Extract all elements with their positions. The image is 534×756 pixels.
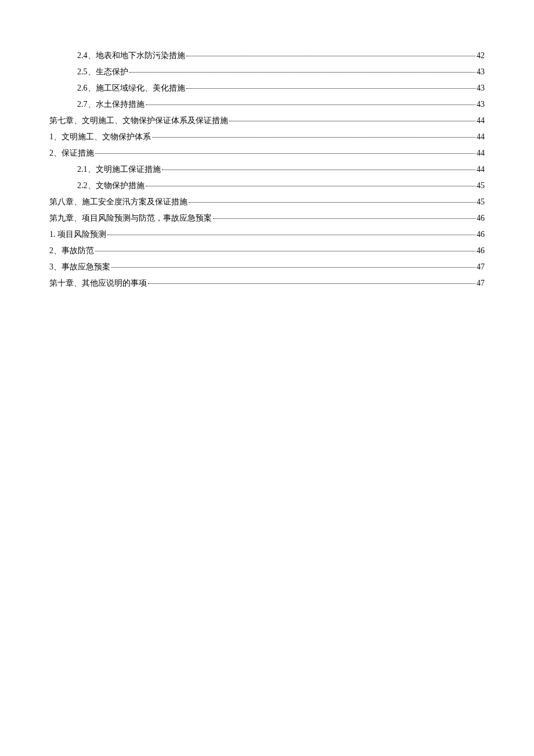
toc-leader-dots bbox=[189, 202, 475, 203]
toc-entry-label: 第十章、其他应说明的事项 bbox=[49, 277, 147, 289]
toc-entry: 1. 项目风险预测46 bbox=[49, 228, 485, 240]
toc-entry: 第十章、其他应说明的事项47 bbox=[49, 277, 485, 289]
toc-entry: 2.7、水土保持措施43 bbox=[77, 98, 485, 110]
toc-entry-label: 3、事故应急预案 bbox=[49, 261, 110, 273]
toc-entry-label: 1. 项目风险预测 bbox=[49, 228, 106, 240]
toc-leader-dots bbox=[213, 218, 475, 219]
toc-entry: 2.6、施工区域绿化、美化措施43 bbox=[77, 82, 485, 94]
toc-entry-page: 47 bbox=[477, 277, 485, 289]
toc-leader-dots bbox=[152, 137, 475, 138]
toc-entry-page: 42 bbox=[477, 49, 485, 62]
toc-entry: 2、事故防范46 bbox=[49, 244, 485, 257]
toc-entry-label: 第七章、文明施工、文物保护保证体系及保证措施 bbox=[49, 114, 228, 127]
toc-leader-dots bbox=[146, 186, 476, 186]
toc-entry: 2.2、文物保护措施45 bbox=[77, 179, 485, 192]
toc-entry-page: 44 bbox=[477, 147, 485, 159]
toc-leader-dots bbox=[229, 121, 475, 121]
toc-entry-label: 第八章、施工安全度汛方案及保证措施 bbox=[49, 196, 187, 208]
toc-entry-page: 47 bbox=[477, 261, 485, 273]
toc-leader-dots bbox=[111, 267, 475, 268]
toc-entry: 2.5、生态保护43 bbox=[77, 66, 485, 78]
toc-entry: 1、文明施工、文物保护体系44 bbox=[49, 131, 485, 143]
toc-entry-page: 44 bbox=[477, 131, 485, 143]
toc-entry-page: 45 bbox=[477, 196, 485, 208]
toc-entry-label: 2.5、生态保护 bbox=[77, 66, 128, 78]
toc-entry-label: 2.7、水土保持措施 bbox=[77, 98, 145, 110]
toc-entry-page: 46 bbox=[477, 228, 485, 240]
toc-entry-label: 2.6、施工区域绿化、美化措施 bbox=[77, 82, 185, 94]
toc-leader-dots bbox=[186, 88, 476, 89]
toc-entry-label: 2、事故防范 bbox=[49, 244, 94, 257]
toc-leader-dots bbox=[129, 72, 476, 73]
toc-entry-page: 46 bbox=[477, 212, 485, 224]
toc-entry: 2.1、文明施工保证措施44 bbox=[77, 163, 485, 175]
toc-entry-page: 46 bbox=[477, 244, 485, 257]
toc-entry: 3、事故应急预案47 bbox=[49, 261, 485, 273]
toc-entry: 2.4、地表和地下水防污染措施42 bbox=[77, 49, 485, 62]
toc-leader-dots bbox=[146, 105, 476, 105]
toc-entry-page: 43 bbox=[477, 66, 485, 78]
toc-entry-label: 2、保证措施 bbox=[49, 147, 94, 159]
toc-entry-label: 2.1、文明施工保证措施 bbox=[77, 163, 161, 175]
toc-entry-page: 45 bbox=[477, 179, 485, 192]
toc-entry-label: 第九章、项目风险预测与防范，事故应急预案 bbox=[49, 212, 212, 224]
toc-entry-label: 1、文明施工、文物保护体系 bbox=[49, 131, 151, 143]
toc-leader-dots bbox=[95, 153, 475, 154]
toc-entry: 第八章、施工安全度汛方案及保证措施45 bbox=[49, 196, 485, 208]
toc-entry: 2、保证措施44 bbox=[49, 147, 485, 159]
table-of-contents: 2.4、地表和地下水防污染措施422.5、生态保护432.6、施工区域绿化、美化… bbox=[49, 49, 485, 289]
toc-leader-dots bbox=[162, 170, 476, 170]
toc-leader-dots bbox=[186, 56, 476, 56]
toc-leader-dots bbox=[95, 251, 475, 251]
toc-entry: 第七章、文明施工、文物保护保证体系及保证措施44 bbox=[49, 114, 485, 127]
toc-entry-page: 43 bbox=[477, 98, 485, 110]
toc-entry: 第九章、项目风险预测与防范，事故应急预案46 bbox=[49, 212, 485, 224]
toc-entry-label: 2.4、地表和地下水防污染措施 bbox=[77, 49, 185, 62]
toc-leader-dots bbox=[107, 235, 475, 235]
toc-entry-page: 44 bbox=[477, 163, 485, 175]
toc-entry-page: 44 bbox=[477, 114, 485, 127]
toc-entry-page: 43 bbox=[477, 82, 485, 94]
toc-entry-label: 2.2、文物保护措施 bbox=[77, 179, 145, 192]
toc-leader-dots bbox=[148, 283, 475, 284]
